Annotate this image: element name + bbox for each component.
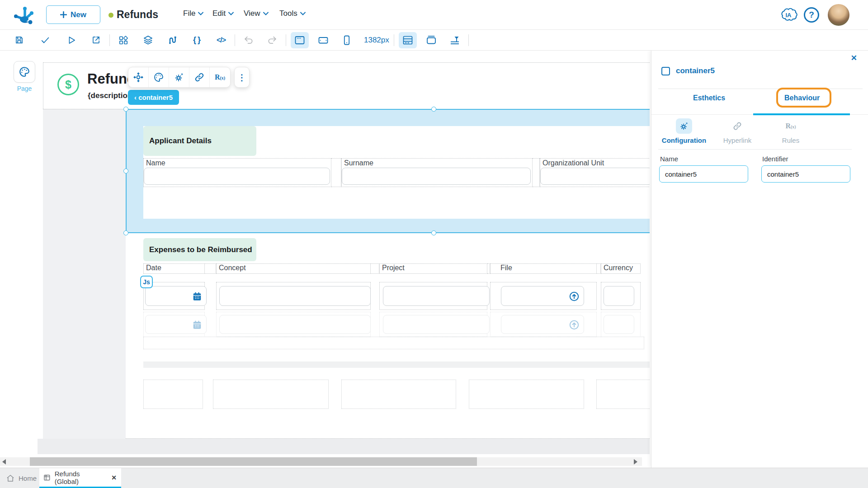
column-header-concept[interactable]: Concept bbox=[216, 263, 371, 274]
panel-close-button[interactable]: ✕ bbox=[851, 53, 857, 63]
menu-edit[interactable]: Edit bbox=[212, 9, 234, 18]
help-button[interactable]: ? bbox=[804, 7, 819, 23]
run-button[interactable] bbox=[62, 32, 80, 48]
menu-tools-label: Tools bbox=[279, 9, 297, 18]
app-logo-icon[interactable] bbox=[11, 3, 35, 27]
new-button[interactable]: New bbox=[46, 5, 100, 24]
js-rule-badge[interactable]: Js bbox=[140, 276, 153, 288]
undo-button[interactable] bbox=[240, 32, 258, 48]
resize-handle-mid-left[interactable] bbox=[123, 169, 128, 174]
configuration-button[interactable] bbox=[169, 67, 189, 87]
skeleton-cell[interactable] bbox=[213, 380, 329, 409]
gear-sparkle-icon bbox=[174, 72, 184, 83]
name-property-input[interactable] bbox=[659, 165, 748, 183]
save-button[interactable] bbox=[10, 32, 28, 48]
move-button[interactable] bbox=[128, 67, 149, 87]
layers-button[interactable] bbox=[139, 32, 157, 48]
resize-handle-bottom-left[interactable] bbox=[123, 230, 128, 235]
subtab-configuration[interactable]: Configuration bbox=[660, 118, 708, 144]
panel-divider bbox=[658, 89, 863, 89]
container-checkbox[interactable] bbox=[661, 67, 670, 75]
column-header-project[interactable]: Project bbox=[379, 263, 487, 274]
export-button[interactable] bbox=[87, 32, 105, 48]
app-title: Refunds bbox=[117, 9, 158, 21]
upload-icon[interactable] bbox=[569, 291, 580, 302]
column-header-file[interactable]: File bbox=[490, 263, 597, 274]
active-tab-indicator bbox=[753, 113, 850, 115]
source-code-button[interactable]: </> bbox=[212, 32, 230, 48]
master-page-button[interactable] bbox=[422, 32, 440, 48]
project-input[interactable] bbox=[383, 286, 490, 306]
tab-refunds-global[interactable]: Refunds (Global) ✕ bbox=[39, 468, 121, 488]
subtab-hyperlink[interactable]: Hyperlink bbox=[715, 118, 760, 144]
new-button-label: New bbox=[71, 10, 86, 19]
user-avatar[interactable] bbox=[828, 4, 849, 26]
identifier-property-input[interactable] bbox=[761, 165, 850, 183]
menu-view[interactable]: View bbox=[244, 9, 269, 18]
layers-icon bbox=[143, 35, 153, 45]
components-button[interactable] bbox=[114, 32, 132, 48]
file-input[interactable] bbox=[501, 286, 584, 306]
skeleton-cell[interactable] bbox=[341, 380, 456, 409]
browser-rows-icon bbox=[402, 35, 413, 46]
braces-button[interactable]: { } bbox=[188, 32, 206, 48]
menu-tools[interactable]: Tools bbox=[279, 9, 306, 18]
expenses-section-label: Expenses to be Reimbursed bbox=[143, 245, 252, 254]
desktop-view-button[interactable] bbox=[291, 32, 309, 48]
subtab-configuration-label: Configuration bbox=[662, 136, 706, 144]
viewport-width-value[interactable]: 1382px bbox=[364, 36, 389, 45]
filters-button[interactable] bbox=[446, 32, 464, 48]
menu-view-label: View bbox=[244, 9, 260, 18]
name-field-label: Name bbox=[144, 159, 331, 167]
orgunit-input[interactable] bbox=[540, 168, 650, 185]
currency-input[interactable] bbox=[604, 286, 634, 306]
tab-behaviour[interactable]: Behaviour bbox=[784, 94, 820, 102]
tab-home[interactable]: Home bbox=[0, 468, 44, 488]
tab-esthetics[interactable]: Esthetics bbox=[693, 94, 725, 102]
subtab-hyperlink-label: Hyperlink bbox=[723, 136, 752, 144]
resize-handle-top-center[interactable] bbox=[431, 107, 436, 112]
redo-button[interactable] bbox=[263, 32, 281, 48]
more-options-button[interactable]: ⋮ bbox=[234, 67, 250, 88]
page-tool-button[interactable] bbox=[14, 61, 35, 83]
hyperlink-button[interactable] bbox=[189, 67, 210, 87]
toolbar-separator bbox=[286, 34, 286, 46]
ai-assistant-button[interactable]: IA bbox=[778, 6, 798, 23]
column-header-currency[interactable]: Currency bbox=[601, 263, 641, 274]
applicant-section-header[interactable]: Applicant Details bbox=[143, 126, 256, 156]
tablet-view-button[interactable] bbox=[314, 32, 332, 48]
phone-view-button[interactable] bbox=[338, 32, 356, 48]
resize-handle-bottom-center[interactable] bbox=[431, 230, 436, 235]
scrollbar-thumb[interactable] bbox=[30, 457, 477, 466]
calendar-icon[interactable] bbox=[192, 291, 202, 301]
flow-button[interactable] bbox=[163, 32, 181, 48]
expenses-section-header[interactable]: Expenses to be Reimbursed bbox=[143, 238, 256, 261]
scroll-right-arrow[interactable] bbox=[634, 459, 637, 465]
column-header-date[interactable]: Date bbox=[143, 263, 205, 274]
toolbar-separator bbox=[235, 34, 235, 46]
skeleton-cell[interactable] bbox=[143, 380, 203, 409]
design-canvas[interactable]: $ Refunds Request {description} Applican… bbox=[38, 51, 650, 454]
skeleton-cell[interactable] bbox=[596, 380, 650, 409]
container-breadcrumb-badge[interactable]: ‹ container5 bbox=[128, 90, 179, 105]
resize-handle-top-left[interactable] bbox=[123, 107, 128, 112]
panel-title: container5 bbox=[676, 66, 715, 75]
scroll-left-arrow[interactable] bbox=[2, 459, 6, 465]
surname-field-label: Surname bbox=[342, 159, 532, 167]
skeleton-cell[interactable] bbox=[469, 380, 584, 409]
name-input[interactable] bbox=[144, 168, 330, 185]
date-input[interactable] bbox=[145, 286, 207, 306]
page-structure-button[interactable] bbox=[399, 32, 417, 48]
empty-row-cell[interactable] bbox=[143, 337, 644, 349]
surname-input[interactable] bbox=[342, 168, 531, 185]
currency-icon[interactable]: $ bbox=[57, 74, 79, 95]
validate-button[interactable] bbox=[36, 32, 54, 48]
empty-layout-cell[interactable] bbox=[43, 109, 126, 439]
tab-home-label: Home bbox=[19, 474, 37, 482]
menu-file[interactable]: File bbox=[183, 9, 203, 18]
rules-button[interactable]: R(x) bbox=[210, 67, 230, 87]
style-button[interactable] bbox=[149, 67, 169, 87]
subtab-rules[interactable]: R(x) Rules bbox=[768, 118, 813, 144]
tab-close-icon[interactable]: ✕ bbox=[111, 474, 117, 481]
concept-input[interactable] bbox=[219, 286, 371, 306]
